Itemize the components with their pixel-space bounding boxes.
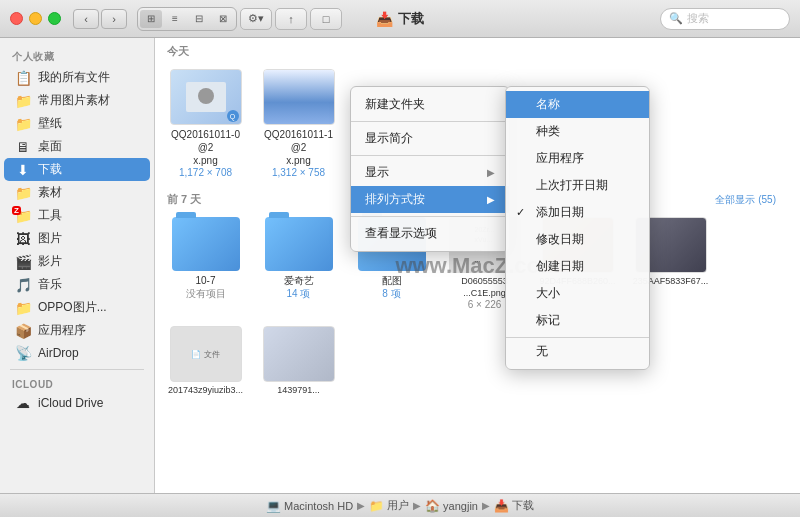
toolbar-right: 🔍 搜索 xyxy=(660,8,790,30)
sidebar-section-icloud: iCloud xyxy=(0,375,154,392)
file-meta: 14 项 xyxy=(287,287,311,301)
menu-divider xyxy=(351,155,509,156)
sidebar: 个人收藏 📋 我的所有文件 📁 常用图片素材 📁 壁纸 🖥 桌面 ⬇ 下载 📁 … xyxy=(0,38,155,493)
column-view-button[interactable]: ⊟ xyxy=(188,10,210,28)
fullscreen-button[interactable] xyxy=(48,12,61,25)
menu-item-show[interactable]: 显示 ▶ xyxy=(351,159,509,186)
file-name: 1439791... xyxy=(277,385,320,397)
file-thumbnail: Q xyxy=(170,69,242,125)
forward-button[interactable]: › xyxy=(101,9,127,29)
nav-buttons: ‹ › xyxy=(73,9,127,29)
titlebar: ‹ › ⊞ ≡ ⊟ ⊠ ⚙▾ ↑ □ 📥 下载 🔍 搜索 xyxy=(0,0,800,38)
sidebar-item-wallpaper[interactable]: 📁 壁纸 xyxy=(4,112,150,135)
cover-view-button[interactable]: ⊠ xyxy=(212,10,234,28)
photos-icon: 🖼 xyxy=(14,231,32,247)
file-name: D06055553...C1E.png xyxy=(461,276,508,299)
today-header-row: 今天 xyxy=(155,38,800,61)
show-all-button[interactable]: 全部显示 (55) xyxy=(715,193,788,207)
sidebar-item-music[interactable]: 🎵 音乐 xyxy=(4,273,150,296)
sidebar-item-downloads[interactable]: ⬇ 下载 xyxy=(4,158,150,181)
submenu-item-modified[interactable]: 修改日期 xyxy=(506,226,649,253)
file-item[interactable]: 1439791... xyxy=(256,322,341,401)
sidebar-item-icloud-drive[interactable]: ☁ iCloud Drive xyxy=(4,392,150,414)
folder-icon: Z 📁 xyxy=(14,208,32,224)
arrange-button[interactable]: ⚙▾ xyxy=(240,8,272,30)
sidebar-item-label: 下载 xyxy=(38,161,62,178)
submenu-item-created[interactable]: 创建日期 xyxy=(506,253,649,280)
file-name: 配图 xyxy=(382,274,402,287)
sidebar-item-all-files[interactable]: 📋 我的所有文件 xyxy=(4,66,150,89)
download-folder-icon: 📥 xyxy=(494,499,509,513)
action-button[interactable]: □ xyxy=(310,8,342,30)
submenu-item-kind[interactable]: 种类 xyxy=(506,118,649,145)
sort-submenu[interactable]: 名称 种类 应用程序 上次打开日期 ✓ 添加日期 xyxy=(505,86,650,370)
folder-icon: 📁 xyxy=(14,300,32,316)
sidebar-section-personal: 个人收藏 xyxy=(0,46,154,66)
file-item[interactable]: 📄 文件 201743z9yiuzib3... xyxy=(163,322,248,401)
submenu-item-none[interactable]: 无 xyxy=(506,337,649,365)
sidebar-item-applications[interactable]: 📦 应用程序 xyxy=(4,319,150,342)
prev7-label: 前 7 天 xyxy=(167,192,201,207)
sidebar-item-photos-material[interactable]: 📁 常用图片素材 xyxy=(4,89,150,112)
sidebar-item-label: 常用图片素材 xyxy=(38,92,110,109)
minimize-button[interactable] xyxy=(29,12,42,25)
submenu-item-name[interactable]: 名称 xyxy=(506,91,649,118)
sidebar-item-label: 桌面 xyxy=(38,138,62,155)
submenu-item-tags[interactable]: 标记 xyxy=(506,307,649,334)
sidebar-item-tools[interactable]: Z 📁 工具 xyxy=(4,204,150,227)
breadcrumb: 💻 Macintosh HD ▶ 📁 用户 ▶ 🏠 yangjin ▶ 📥 下载 xyxy=(266,498,534,513)
sidebar-item-label: 壁纸 xyxy=(38,115,62,132)
submenu-arrow-icon: ▶ xyxy=(487,194,495,205)
path-item-yangjin[interactable]: 🏠 yangjin xyxy=(425,499,478,513)
file-item[interactable]: 10-7 没有项目 xyxy=(163,213,248,314)
menu-item-sort-by[interactable]: 排列方式按 ▶ xyxy=(351,186,509,213)
sidebar-item-label: 影片 xyxy=(38,253,62,270)
file-item[interactable]: 爱奇艺 14 项 xyxy=(256,213,341,314)
sidebar-item-movies[interactable]: 🎬 影片 xyxy=(4,250,150,273)
submenu-item-last-opened[interactable]: 上次打开日期 xyxy=(506,172,649,199)
icon-view-button[interactable]: ⊞ xyxy=(140,10,162,28)
movies-icon: 🎬 xyxy=(14,254,32,270)
menu-item-view-options[interactable]: 查看显示选项 xyxy=(351,220,509,247)
path-item-downloads[interactable]: 📥 下载 xyxy=(494,498,534,513)
menu-item-show-info[interactable]: 显示简介 xyxy=(351,125,509,152)
menu-divider xyxy=(351,216,509,217)
main-container: 个人收藏 📋 我的所有文件 📁 常用图片素材 📁 壁纸 🖥 桌面 ⬇ 下载 📁 … xyxy=(0,38,800,493)
sidebar-item-material[interactable]: 📁 素材 xyxy=(4,181,150,204)
file-name: 10-7 xyxy=(195,274,215,287)
submenu-item-size[interactable]: 大小 xyxy=(506,280,649,307)
sidebar-item-label: 素材 xyxy=(38,184,62,201)
download-icon: 📥 xyxy=(376,11,393,27)
content-area: www.MacZ.com 今天 Q QQ20161011-0@2x.png 1,… xyxy=(155,38,800,493)
search-box[interactable]: 🔍 搜索 xyxy=(660,8,790,30)
computer-icon: 💻 xyxy=(266,499,281,513)
file-item[interactable]: QQ20161011-1@2x.png 1,312 × 758 xyxy=(256,65,341,182)
file-item[interactable]: Q QQ20161011-0@2x.png 1,172 × 708 xyxy=(163,65,248,182)
submenu-item-date-added[interactable]: ✓ 添加日期 xyxy=(506,199,649,226)
sidebar-item-label: iCloud Drive xyxy=(38,396,103,410)
download-icon: ⬇ xyxy=(14,162,32,178)
sidebar-item-oppo[interactable]: 📁 OPPO图片... xyxy=(4,296,150,319)
sidebar-item-photos[interactable]: 🖼 图片 xyxy=(4,227,150,250)
context-menu[interactable]: 新建文件夹 显示简介 显示 ▶ 排列方式按 ▶ 查看显示选项 xyxy=(350,86,510,252)
icloud-icon: ☁ xyxy=(14,395,32,411)
sidebar-item-desktop[interactable]: 🖥 桌面 xyxy=(4,135,150,158)
submenu-arrow-icon: ▶ xyxy=(487,167,495,178)
file-name: 爱奇艺 xyxy=(284,274,314,287)
home-icon: 🏠 xyxy=(425,499,440,513)
music-icon: 🎵 xyxy=(14,277,32,293)
menu-item-new-folder[interactable]: 新建文件夹 xyxy=(351,91,509,118)
traffic-lights xyxy=(10,12,61,25)
path-item-users[interactable]: 📁 用户 xyxy=(369,498,409,513)
folder-icon: 📁 xyxy=(14,93,32,109)
file-meta: 6 × 226 xyxy=(468,299,502,310)
sidebar-item-airdrop[interactable]: 📡 AirDrop xyxy=(4,342,150,364)
list-view-button[interactable]: ≡ xyxy=(164,10,186,28)
close-button[interactable] xyxy=(10,12,23,25)
path-item-macintosh[interactable]: 💻 Macintosh HD xyxy=(266,499,353,513)
share-button[interactable]: ↑ xyxy=(275,8,307,30)
file-thumbnail xyxy=(263,326,335,382)
back-button[interactable]: ‹ xyxy=(73,9,99,29)
file-meta: 8 项 xyxy=(382,287,400,301)
submenu-item-app[interactable]: 应用程序 xyxy=(506,145,649,172)
